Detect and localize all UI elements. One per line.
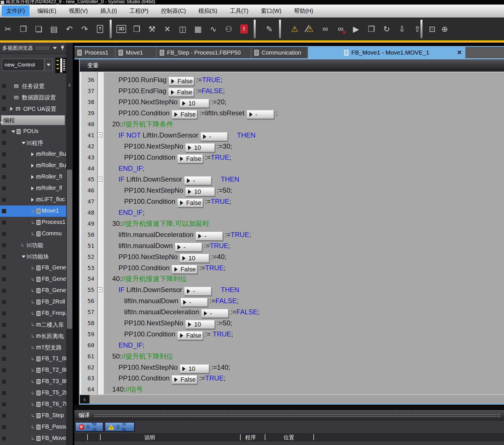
sidebar-scrollbar[interactable]: ∧ bbox=[66, 43, 73, 445]
sidebar-item-Roller_Bu[interactable]: Roller_Bu bbox=[0, 149, 66, 160]
item-checkbox[interactable] bbox=[2, 345, 6, 350]
scroll-left-button[interactable]: ‹ bbox=[80, 395, 89, 404]
column-separator[interactable] bbox=[87, 434, 88, 440]
sidebar-item-FB_T3_8I[interactable]: FB_T3_8I bbox=[0, 376, 66, 387]
abort-build-icon[interactable]: ⚠∕ bbox=[304, 21, 316, 37]
sidebar-section-programming[interactable]: 编程 bbox=[0, 115, 66, 126]
online-value-box[interactable]: False bbox=[172, 110, 197, 119]
online-value-box[interactable]: - bbox=[200, 132, 228, 141]
error-list-icon[interactable]: ! bbox=[238, 21, 250, 37]
item-checkbox[interactable] bbox=[2, 197, 6, 202]
code-line-44[interactable]: 44END_IF; bbox=[80, 163, 504, 174]
warnings-filter-button[interactable]: ! 0 警告 bbox=[105, 422, 135, 432]
code-line-61[interactable]: 6150://提升机下降到位 bbox=[80, 351, 504, 362]
sidebar-item-数据跟踪设置[interactable]: 数据跟踪设置 bbox=[0, 92, 66, 103]
online-value-box[interactable]: - bbox=[184, 176, 211, 185]
item-checkbox[interactable] bbox=[2, 254, 6, 259]
code-line-54[interactable]: 5440://提升机慢速下降到位 bbox=[80, 273, 504, 284]
code-line-37[interactable]: 37PP100.EndFlagFalse:=FALSE; bbox=[80, 86, 504, 97]
item-checkbox[interactable] bbox=[2, 84, 6, 88]
sidebar-item-Commu[interactable]: Commu bbox=[0, 228, 66, 240]
item-checkbox[interactable] bbox=[2, 107, 6, 111]
controller-select-dropdown-button[interactable] bbox=[44, 59, 53, 71]
sidebar-item-Roller_Bu[interactable]: Roller_Bu bbox=[0, 160, 66, 171]
window-layout-icon[interactable]: ❒ bbox=[130, 21, 143, 37]
item-checkbox[interactable] bbox=[2, 300, 6, 304]
menu-item-10[interactable]: 帮助(H) bbox=[290, 5, 318, 16]
sidebar-item-FB_Move[interactable]: FB_Move bbox=[0, 433, 66, 444]
item-checkbox[interactable] bbox=[2, 163, 6, 168]
sidebar-item-T型支路[interactable]: T型支路 bbox=[0, 342, 66, 353]
section-expander-icon[interactable] bbox=[0, 122, 3, 124]
sidebar-item-Process1[interactable]: Process1 bbox=[0, 217, 66, 228]
online-value-box[interactable]: False bbox=[177, 155, 203, 163]
item-checkbox[interactable] bbox=[2, 368, 6, 373]
st-code-area[interactable]: 36PP100.RunFlagFalse:=TRUE;37PP100.EndFl… bbox=[80, 72, 504, 394]
sidebar-item-POUs[interactable]: POUs bbox=[0, 126, 66, 137]
sidebar-item-功能块[interactable]: 功能块 bbox=[0, 251, 66, 262]
code-line-39[interactable]: 39PP100.ConditionFalse:=liftIn.sbReset-; bbox=[80, 108, 504, 119]
close-icon[interactable]: ✕ bbox=[457, 49, 462, 56]
online-value-box[interactable]: 10 bbox=[185, 188, 215, 196]
build-icon[interactable]: ⚒ bbox=[146, 21, 158, 37]
controller-select[interactable]: new_Control bbox=[2, 59, 44, 71]
sidebar-item-FB_T1_8I[interactable]: FB_T1_8I bbox=[0, 353, 66, 365]
stop-monitor-icon[interactable]: ∞✕ bbox=[334, 21, 347, 37]
code-line-63[interactable]: 63PP100.ConditionFalse:=TRUE; bbox=[80, 373, 504, 384]
code-line-46[interactable]: 46PP100.NextStepNo10:=50; bbox=[80, 185, 504, 196]
sidebar-item-FB_Step[interactable]: FB_Step bbox=[0, 410, 66, 421]
code-line-64[interactable]: 64140://信号 bbox=[80, 384, 504, 394]
code-line-60[interactable]: 60END_IF; bbox=[80, 340, 504, 351]
item-checkbox[interactable] bbox=[2, 402, 6, 407]
item-checkbox[interactable] bbox=[2, 334, 6, 338]
item-checkbox[interactable] bbox=[2, 95, 6, 100]
item-checkbox[interactable] bbox=[2, 323, 6, 327]
sidebar-item-Roller_fl[interactable]: Roller_fl bbox=[0, 183, 66, 194]
watch-window-icon[interactable]: ◫ bbox=[176, 21, 189, 37]
item-checkbox[interactable] bbox=[2, 357, 6, 361]
online-value-box[interactable]: 10 bbox=[185, 320, 215, 329]
sidebar-item-FB_T2_8I[interactable]: FB_T2_8I bbox=[0, 365, 66, 376]
menu-item-7[interactable]: 模拟(S) bbox=[194, 5, 222, 16]
online-value-box[interactable]: False bbox=[177, 331, 203, 340]
copy-icon[interactable]: ❐ bbox=[17, 21, 30, 37]
delete-icon[interactable]: ▤ bbox=[48, 21, 60, 37]
menu-item-4[interactable]: 插入(I) bbox=[96, 5, 122, 16]
monitor-icon[interactable]: ∞ bbox=[319, 21, 332, 37]
online-value-box[interactable]: - bbox=[184, 287, 211, 296]
io-map-icon[interactable]: ▦ bbox=[192, 21, 204, 37]
item-checkbox[interactable] bbox=[2, 288, 6, 293]
item-checkbox[interactable] bbox=[2, 141, 6, 145]
sidebar-item-FB_Frequ[interactable]: FB_Frequ bbox=[0, 308, 66, 319]
pin-icon[interactable] bbox=[61, 46, 64, 50]
fold-collapse-icon[interactable]: − bbox=[97, 177, 102, 182]
menu-item-2[interactable]: 编辑(E) bbox=[33, 5, 61, 16]
item-checkbox[interactable] bbox=[2, 266, 6, 270]
download-to-controller-icon[interactable]: ⇩ bbox=[396, 21, 408, 37]
item-checkbox[interactable] bbox=[2, 379, 6, 384]
item-checkbox[interactable] bbox=[2, 436, 6, 441]
scroll-up-icon[interactable]: ∧ bbox=[66, 82, 73, 88]
cross-reference-icon[interactable]: ✕ bbox=[161, 21, 174, 37]
item-checkbox[interactable] bbox=[2, 152, 6, 157]
code-line-41[interactable]: 41−IF NOT LiftIn.DownSensor-THEN bbox=[80, 130, 504, 141]
paste-icon[interactable]: ❏ bbox=[32, 21, 45, 37]
item-checkbox[interactable] bbox=[2, 391, 6, 395]
code-line-45[interactable]: 45−IF LiftIn.DownSensor-THEN bbox=[80, 174, 504, 185]
code-line-55[interactable]: 55−IF LiftIn.DownSensor-THEN bbox=[80, 284, 504, 296]
sidebar-item-OPC UA设置[interactable]: OPC UA设置 bbox=[0, 103, 66, 115]
variables-bar[interactable]: 变量 bbox=[80, 59, 504, 72]
tab-Process1[interactable]: Process1 bbox=[74, 47, 115, 58]
redo-icon[interactable]: ↷ bbox=[78, 21, 91, 37]
item-checkbox[interactable] bbox=[2, 413, 6, 418]
item-checkbox[interactable] bbox=[2, 220, 6, 225]
3d-view-icon[interactable]: 3D bbox=[115, 21, 128, 37]
item-checkbox[interactable] bbox=[2, 277, 6, 282]
item-checkbox[interactable] bbox=[2, 243, 6, 248]
item-checkbox[interactable] bbox=[2, 175, 6, 179]
expander-right-icon[interactable] bbox=[31, 152, 34, 156]
code-line-59[interactable]: 59PP100.ConditionFalse:= TRUE; bbox=[80, 328, 504, 340]
sidebar-item-功能[interactable]: 功能 bbox=[0, 240, 66, 251]
code-line-50[interactable]: 50liftIn.manualDeceleration-:=TRUE; bbox=[80, 229, 504, 240]
expander-right-icon[interactable] bbox=[31, 164, 34, 168]
